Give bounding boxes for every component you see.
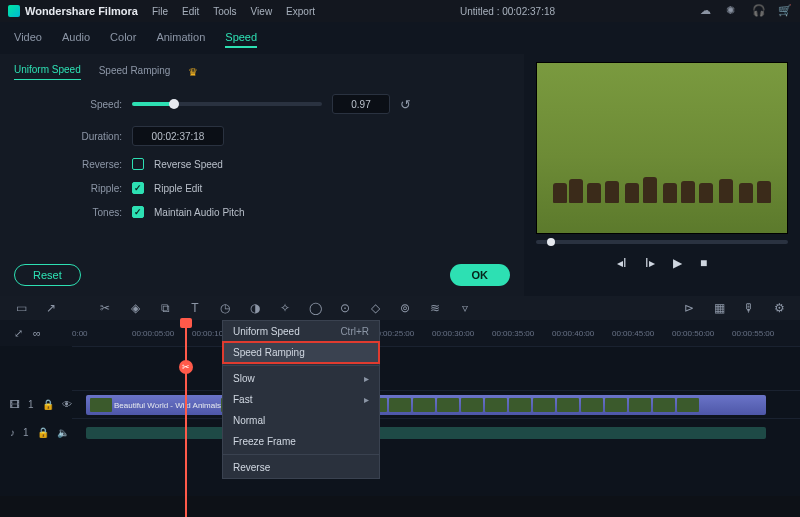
- toolbar-arrow-icon[interactable]: ↗: [44, 301, 58, 315]
- reverse-row: Reverse: Reverse Speed: [14, 158, 510, 170]
- cart-icon[interactable]: 🛒: [778, 4, 792, 18]
- speed-value[interactable]: 0.97: [332, 94, 390, 114]
- video-track[interactable]: 🎞 1 🔒 👁 Beautiful World - Wild Animals: [72, 390, 800, 418]
- audio-track[interactable]: ♪ 1 🔒 🔈: [72, 418, 800, 446]
- link-icon[interactable]: ∞: [33, 327, 41, 339]
- note-icon[interactable]: ♪: [10, 427, 15, 438]
- toolbar-crop-icon[interactable]: ⧉: [158, 301, 172, 315]
- prev-frame-icon[interactable]: ◂Ⅰ: [617, 256, 627, 270]
- ripple-option: Ripple Edit: [154, 183, 202, 194]
- toolbar-color-icon[interactable]: ◑: [248, 301, 262, 315]
- ctx-normal[interactable]: Normal: [223, 410, 379, 431]
- preview-video[interactable]: [536, 62, 788, 234]
- scale-icon[interactable]: ⤢: [14, 327, 23, 340]
- ctx-uniform-speed[interactable]: Uniform Speed Ctrl+R: [223, 321, 379, 342]
- toolbar-select-icon[interactable]: ▭: [14, 301, 28, 315]
- reverse-checkbox[interactable]: [132, 158, 144, 170]
- ruler-tick: 00:00:40:00: [552, 329, 612, 338]
- film-icon[interactable]: 🎞: [10, 399, 20, 410]
- toolbar-record-icon[interactable]: ⊚: [398, 301, 412, 315]
- menu-file[interactable]: File: [152, 6, 168, 17]
- video-clip[interactable]: Beautiful World - Wild Animals: [86, 395, 766, 415]
- toolbar-cut-icon[interactable]: ✂: [98, 301, 112, 315]
- stop-icon[interactable]: ■: [700, 256, 707, 270]
- tab-video[interactable]: Video: [14, 28, 42, 48]
- speed-panel: Uniform Speed Speed Ramping ♛ Speed: 0.9…: [0, 54, 524, 296]
- toolbar-marker-icon[interactable]: ▿: [458, 301, 472, 315]
- lock-icon[interactable]: 🔒: [42, 399, 54, 410]
- timeline-ruler[interactable]: ⤢ ∞ 0:00 00:00:05:00 00:00:10:00 00:00:1…: [0, 320, 800, 346]
- ok-button[interactable]: OK: [450, 264, 511, 286]
- speed-slider[interactable]: [132, 102, 322, 106]
- reset-speed-icon[interactable]: ↺: [400, 97, 411, 112]
- tones-label: Tones:: [14, 207, 122, 218]
- toolbar-settings-icon[interactable]: ⚙: [772, 301, 786, 315]
- tones-checkbox[interactable]: ✓: [132, 206, 144, 218]
- duration-value[interactable]: 00:02:37:18: [132, 126, 224, 146]
- tab-animation[interactable]: Animation: [156, 28, 205, 48]
- timeline-toolbar: ▭ ↗ ✂ ◈ ⧉ T ◷ ◑ ✧ ◯ ⊙ ◇ ⊚ ≋ ▿ ⊳ ▦ 🎙 ⚙: [0, 296, 800, 320]
- headset-icon[interactable]: 🎧: [752, 4, 766, 18]
- ctx-freeze-frame[interactable]: Freeze Frame: [223, 431, 379, 452]
- ctx-fast[interactable]: Fast ▸: [223, 389, 379, 410]
- reset-button[interactable]: Reset: [14, 264, 81, 286]
- ctx-speed-ramping[interactable]: Speed Ramping: [223, 342, 379, 363]
- toolbar-speed-icon[interactable]: ◷: [218, 301, 232, 315]
- toolbar-text-icon[interactable]: T: [188, 301, 202, 315]
- app-name: Wondershare Filmora: [25, 5, 138, 17]
- menu-tools[interactable]: Tools: [213, 6, 236, 17]
- play-icon[interactable]: ▶: [673, 256, 682, 270]
- toolbar-tag-icon[interactable]: ◈: [128, 301, 142, 315]
- clip-title: Beautiful World - Wild Animals: [114, 401, 221, 410]
- toolbar-grid-icon[interactable]: ▦: [712, 301, 726, 315]
- track-number: 1: [28, 399, 34, 410]
- ruler-tick: 00:00:05:00: [132, 329, 192, 338]
- next-frame-icon[interactable]: Ⅰ▸: [645, 256, 655, 270]
- chevron-right-icon: ▸: [364, 373, 369, 384]
- preview-controls: ◂Ⅰ Ⅰ▸ ▶ ■: [617, 256, 707, 270]
- tones-option: Maintain Audio Pitch: [154, 207, 245, 218]
- ripple-row: Ripple: ✓ Ripple Edit: [14, 182, 510, 194]
- audio-clip[interactable]: [86, 427, 766, 439]
- ripple-label: Ripple:: [14, 183, 122, 194]
- ruler-tick: 00:00:25:00: [372, 329, 432, 338]
- gear-icon[interactable]: ✺: [726, 4, 740, 18]
- ctx-slow[interactable]: Slow ▸: [223, 368, 379, 389]
- speed-row: Speed: 0.97 ↺: [14, 94, 510, 114]
- toolbar-focus-icon[interactable]: ⊙: [338, 301, 352, 315]
- toolbar-render-icon[interactable]: ⊳: [682, 301, 696, 315]
- toolbar-audio-icon[interactable]: ≋: [428, 301, 442, 315]
- cloud-icon[interactable]: ☁: [700, 4, 714, 18]
- menu-export[interactable]: Export: [286, 6, 315, 17]
- document-title: Untitled : 00:02:37:18: [329, 6, 686, 17]
- reverse-option: Reverse Speed: [154, 159, 223, 170]
- toolbar-effect-icon[interactable]: ✧: [278, 301, 292, 315]
- tab-color[interactable]: Color: [110, 28, 136, 48]
- logo-icon: [8, 5, 20, 17]
- ripple-checkbox[interactable]: ✓: [132, 182, 144, 194]
- tab-speed[interactable]: Speed: [225, 28, 257, 48]
- speed-label: Speed:: [14, 99, 122, 110]
- ruler-tick: 00:00:55:00: [732, 329, 792, 338]
- ctx-reverse[interactable]: Reverse: [223, 457, 379, 478]
- toolbar-mic-icon[interactable]: 🎙: [742, 301, 756, 315]
- lock-icon[interactable]: 🔒: [37, 427, 49, 438]
- menu-edit[interactable]: Edit: [182, 6, 199, 17]
- cut-marker-icon[interactable]: ✂: [179, 360, 193, 374]
- menu-view[interactable]: View: [251, 6, 273, 17]
- preview-scrubber[interactable]: [536, 240, 788, 244]
- subtab-speed-ramping[interactable]: Speed Ramping: [99, 65, 171, 80]
- ruler-tick: 00:00:50:00: [672, 329, 732, 338]
- tab-audio[interactable]: Audio: [62, 28, 90, 48]
- track-number: 1: [23, 427, 29, 438]
- chevron-right-icon: ▸: [364, 394, 369, 405]
- ruler-tick: 0:00: [72, 329, 132, 338]
- playhead[interactable]: [185, 320, 187, 517]
- toolbar-key-icon[interactable]: ◇: [368, 301, 382, 315]
- subtab-uniform-speed[interactable]: Uniform Speed: [14, 64, 81, 80]
- eye-icon[interactable]: 👁: [62, 399, 72, 410]
- toolbar-mask-icon[interactable]: ◯: [308, 301, 322, 315]
- speed-context-menu: Uniform Speed Ctrl+R Speed Ramping Slow …: [222, 320, 380, 479]
- title-bar: Wondershare Filmora File Edit Tools View…: [0, 0, 800, 22]
- mute-icon[interactable]: 🔈: [57, 427, 69, 438]
